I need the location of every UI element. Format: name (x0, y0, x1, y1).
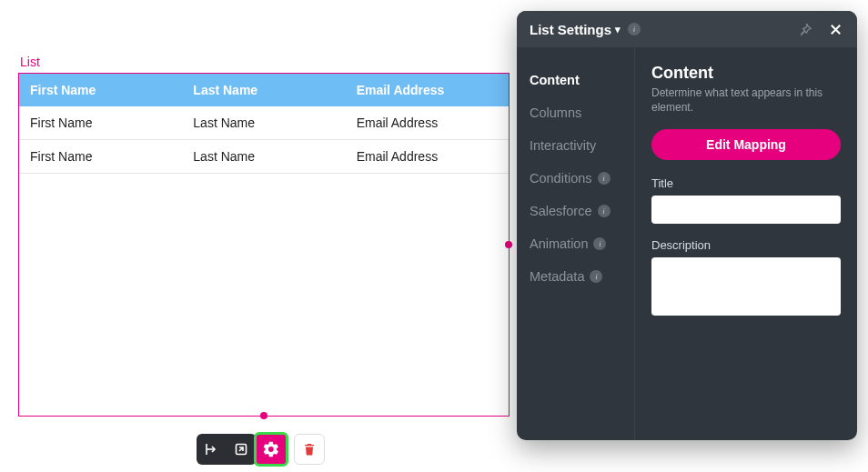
section-subtext: Determine what text appears in this elem… (651, 86, 841, 115)
list-header-cell: Email Address (346, 74, 509, 106)
title-input[interactable] (651, 196, 841, 224)
list-cell: Email Address (346, 106, 509, 139)
list-label: List (18, 55, 510, 69)
panel-header: List Settings ▾ i (517, 11, 857, 47)
list-cell: First Name (19, 106, 182, 139)
info-icon: i (590, 270, 602, 283)
info-icon[interactable]: i (628, 23, 641, 35)
open-external-icon[interactable] (231, 439, 251, 459)
info-icon: i (598, 172, 611, 185)
description-label: Description (651, 238, 841, 252)
panel-content: Content Determine what text appears in t… (635, 47, 857, 440)
info-icon: i (593, 237, 606, 250)
nav-item-label: Metadata (530, 269, 584, 284)
align-left-icon[interactable] (202, 439, 222, 459)
settings-panel: List Settings ▾ i Content Columns I (517, 11, 857, 440)
nav-item-label: Animation (530, 236, 588, 251)
nav-item-conditions[interactable]: Conditions i (530, 162, 629, 195)
canvas-list-area: List First Name Last Name Email Address … (18, 55, 510, 417)
section-heading: Content (651, 64, 841, 83)
panel-nav: Content Columns Interactivity Conditions… (517, 47, 635, 440)
list-header-cell: Last Name (182, 74, 345, 106)
list-frame[interactable]: First Name Last Name Email Address First… (18, 73, 510, 417)
list-cell: Email Address (346, 140, 509, 173)
element-toolbar (197, 432, 325, 467)
nav-item-salesforce[interactable]: Salesforce i (530, 195, 629, 227)
nav-item-label: Conditions (530, 171, 592, 186)
nav-item-label: Interactivity (530, 138, 596, 153)
settings-button[interactable] (254, 432, 288, 467)
close-icon (829, 23, 843, 36)
nav-item-columns[interactable]: Columns (530, 96, 629, 129)
panel-title-text: List Settings (530, 22, 611, 37)
list-row: First Name Last Name Email Address (19, 140, 509, 174)
nav-item-metadata[interactable]: Metadata i (530, 260, 629, 293)
title-label: Title (651, 176, 841, 190)
nav-item-animation[interactable]: Animation i (530, 227, 629, 260)
chevron-down-icon: ▾ (615, 24, 621, 35)
list-cell: Last Name (182, 106, 345, 139)
panel-body: Content Columns Interactivity Conditions… (517, 47, 857, 440)
selection-handle-bottom[interactable] (260, 412, 267, 419)
list-cell: First Name (19, 140, 182, 173)
selection-handle-right[interactable] (505, 241, 512, 248)
nav-item-label: Content (530, 73, 580, 87)
pin-icon[interactable] (797, 21, 813, 37)
edit-mapping-button[interactable]: Edit Mapping (651, 129, 841, 160)
list-cell: Last Name (182, 140, 345, 173)
nav-item-label: Columns (530, 105, 581, 120)
list-row: First Name Last Name Email Address (19, 106, 509, 140)
nav-item-label: Salesforce (530, 204, 592, 218)
toolbar-dark-group (197, 434, 257, 465)
delete-button[interactable] (294, 434, 325, 465)
panel-title-dropdown[interactable]: List Settings ▾ (530, 22, 621, 37)
trash-icon (302, 442, 317, 457)
info-icon: i (598, 205, 611, 217)
gear-icon (262, 440, 280, 458)
close-button[interactable] (826, 20, 844, 38)
list-header-row: First Name Last Name Email Address (19, 74, 509, 106)
description-input[interactable] (651, 257, 841, 316)
nav-item-interactivity[interactable]: Interactivity (530, 129, 629, 162)
list-header-cell: First Name (19, 74, 182, 106)
nav-item-content[interactable]: Content (530, 64, 629, 96)
